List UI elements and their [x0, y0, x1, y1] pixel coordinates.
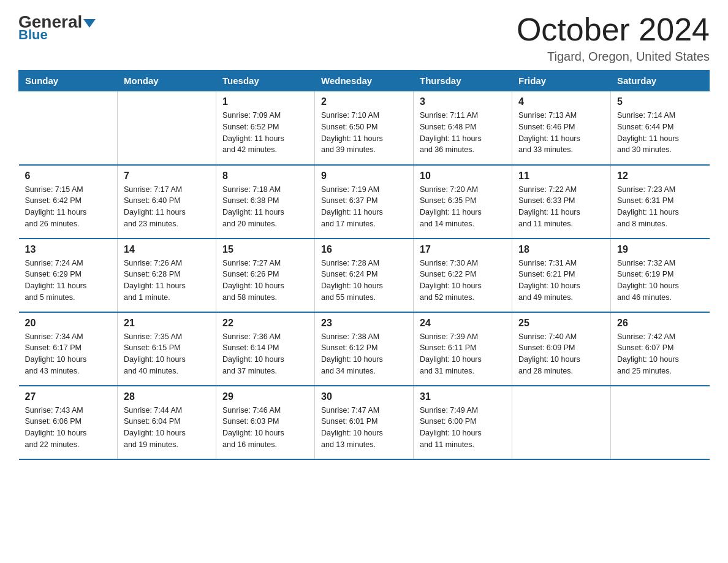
day-number: 26: [617, 318, 703, 329]
calendar-cell: 25Sunrise: 7:40 AMSunset: 6:09 PMDayligh…: [512, 312, 611, 386]
calendar-cell: [611, 386, 710, 459]
header-thursday: Thursday: [414, 71, 512, 91]
calendar-cell: [19, 91, 118, 165]
day-info: Sunrise: 7:43 AMSunset: 6:06 PMDaylight:…: [25, 405, 112, 451]
day-info: Sunrise: 7:35 AMSunset: 6:15 PMDaylight:…: [124, 331, 210, 377]
day-info: Sunrise: 7:13 AMSunset: 6:46 PMDaylight:…: [518, 110, 604, 156]
day-info: Sunrise: 7:28 AMSunset: 6:24 PMDaylight:…: [321, 258, 407, 304]
day-number: 6: [25, 170, 112, 182]
calendar-cell: 11Sunrise: 7:22 AMSunset: 6:33 PMDayligh…: [512, 165, 611, 239]
calendar-cell: 4Sunrise: 7:13 AMSunset: 6:46 PMDaylight…: [512, 91, 611, 165]
calendar-cell: 20Sunrise: 7:34 AMSunset: 6:17 PMDayligh…: [19, 312, 118, 386]
day-number: 18: [518, 244, 604, 255]
day-info: Sunrise: 7:31 AMSunset: 6:21 PMDaylight:…: [518, 258, 604, 304]
calendar-cell: [512, 386, 611, 459]
page-header: General Blue October 2024 Tigard, Oregon…: [18, 12, 710, 64]
day-info: Sunrise: 7:19 AMSunset: 6:37 PMDaylight:…: [321, 184, 407, 230]
day-info: Sunrise: 7:20 AMSunset: 6:35 PMDaylight:…: [420, 184, 506, 230]
day-number: 4: [518, 96, 604, 107]
calendar-cell: [118, 91, 216, 165]
calendar-cell: 24Sunrise: 7:39 AMSunset: 6:11 PMDayligh…: [414, 312, 512, 386]
day-number: 21: [124, 318, 210, 329]
day-number: 27: [25, 391, 112, 402]
day-info: Sunrise: 7:17 AMSunset: 6:40 PMDaylight:…: [124, 184, 210, 230]
calendar-cell: 15Sunrise: 7:27 AMSunset: 6:26 PMDayligh…: [216, 239, 315, 312]
calendar-cell: 18Sunrise: 7:31 AMSunset: 6:21 PMDayligh…: [512, 239, 611, 312]
calendar-table: SundayMondayTuesdayWednesdayThursdayFrid…: [18, 70, 710, 460]
day-info: Sunrise: 7:24 AMSunset: 6:29 PMDaylight:…: [25, 258, 112, 304]
calendar-cell: 26Sunrise: 7:42 AMSunset: 6:07 PMDayligh…: [611, 312, 710, 386]
day-number: 20: [25, 318, 112, 329]
calendar-cell: 19Sunrise: 7:32 AMSunset: 6:19 PMDayligh…: [611, 239, 710, 312]
calendar-week-row: 20Sunrise: 7:34 AMSunset: 6:17 PMDayligh…: [19, 312, 710, 386]
day-info: Sunrise: 7:26 AMSunset: 6:28 PMDaylight:…: [124, 258, 210, 304]
calendar-cell: 27Sunrise: 7:43 AMSunset: 6:06 PMDayligh…: [19, 386, 118, 459]
calendar-cell: 3Sunrise: 7:11 AMSunset: 6:48 PMDaylight…: [414, 91, 512, 165]
calendar-cell: 8Sunrise: 7:18 AMSunset: 6:38 PMDaylight…: [216, 165, 315, 239]
day-number: 14: [124, 244, 210, 255]
day-number: 1: [222, 96, 308, 107]
day-number: 22: [222, 318, 308, 329]
day-number: 19: [617, 244, 703, 255]
header-wednesday: Wednesday: [315, 71, 414, 91]
day-info: Sunrise: 7:42 AMSunset: 6:07 PMDaylight:…: [617, 331, 703, 377]
calendar-cell: 16Sunrise: 7:28 AMSunset: 6:24 PMDayligh…: [315, 239, 414, 312]
day-number: 7: [124, 170, 210, 182]
calendar-cell: 6Sunrise: 7:15 AMSunset: 6:42 PMDaylight…: [19, 165, 118, 239]
day-info: Sunrise: 7:39 AMSunset: 6:11 PMDaylight:…: [420, 331, 506, 377]
day-number: 2: [321, 96, 407, 107]
day-info: Sunrise: 7:23 AMSunset: 6:31 PMDaylight:…: [617, 184, 703, 230]
day-info: Sunrise: 7:18 AMSunset: 6:38 PMDaylight:…: [222, 184, 308, 230]
logo-blue: Blue: [18, 27, 48, 43]
day-info: Sunrise: 7:46 AMSunset: 6:03 PMDaylight:…: [222, 405, 308, 451]
calendar-header-row: SundayMondayTuesdayWednesdayThursdayFrid…: [19, 71, 710, 91]
day-number: 5: [617, 96, 703, 107]
day-info: Sunrise: 7:09 AMSunset: 6:52 PMDaylight:…: [222, 110, 308, 156]
day-number: 11: [518, 170, 604, 182]
day-number: 30: [321, 391, 407, 402]
day-number: 12: [617, 170, 703, 182]
header-tuesday: Tuesday: [216, 71, 315, 91]
day-number: 23: [321, 318, 407, 329]
day-info: Sunrise: 7:30 AMSunset: 6:22 PMDaylight:…: [420, 258, 506, 304]
day-info: Sunrise: 7:44 AMSunset: 6:04 PMDaylight:…: [124, 405, 210, 451]
day-number: 28: [124, 391, 210, 402]
calendar-cell: 30Sunrise: 7:47 AMSunset: 6:01 PMDayligh…: [315, 386, 414, 459]
calendar-cell: 17Sunrise: 7:30 AMSunset: 6:22 PMDayligh…: [414, 239, 512, 312]
location: Tigard, Oregon, United States: [517, 50, 710, 64]
calendar-cell: 1Sunrise: 7:09 AMSunset: 6:52 PMDaylight…: [216, 91, 315, 165]
calendar-cell: 9Sunrise: 7:19 AMSunset: 6:37 PMDaylight…: [315, 165, 414, 239]
header-monday: Monday: [118, 71, 216, 91]
calendar-cell: 5Sunrise: 7:14 AMSunset: 6:44 PMDaylight…: [611, 91, 710, 165]
header-saturday: Saturday: [611, 71, 710, 91]
calendar-cell: 10Sunrise: 7:20 AMSunset: 6:35 PMDayligh…: [414, 165, 512, 239]
day-info: Sunrise: 7:34 AMSunset: 6:17 PMDaylight:…: [25, 331, 112, 377]
calendar-cell: 31Sunrise: 7:49 AMSunset: 6:00 PMDayligh…: [414, 386, 512, 459]
calendar-cell: 29Sunrise: 7:46 AMSunset: 6:03 PMDayligh…: [216, 386, 315, 459]
title-section: October 2024 Tigard, Oregon, United Stat…: [517, 12, 710, 64]
header-sunday: Sunday: [19, 71, 118, 91]
calendar-cell: 21Sunrise: 7:35 AMSunset: 6:15 PMDayligh…: [118, 312, 216, 386]
day-number: 25: [518, 318, 604, 329]
month-title: October 2024: [517, 12, 710, 47]
day-number: 3: [420, 96, 506, 107]
calendar-cell: 22Sunrise: 7:36 AMSunset: 6:14 PMDayligh…: [216, 312, 315, 386]
day-info: Sunrise: 7:14 AMSunset: 6:44 PMDaylight:…: [617, 110, 703, 156]
calendar-week-row: 6Sunrise: 7:15 AMSunset: 6:42 PMDaylight…: [19, 165, 710, 239]
day-number: 31: [420, 391, 506, 402]
day-info: Sunrise: 7:27 AMSunset: 6:26 PMDaylight:…: [222, 258, 308, 304]
day-info: Sunrise: 7:15 AMSunset: 6:42 PMDaylight:…: [25, 184, 112, 230]
calendar-cell: 13Sunrise: 7:24 AMSunset: 6:29 PMDayligh…: [19, 239, 118, 312]
day-number: 9: [321, 170, 407, 182]
day-number: 29: [222, 391, 308, 402]
day-number: 15: [222, 244, 308, 255]
day-info: Sunrise: 7:47 AMSunset: 6:01 PMDaylight:…: [321, 405, 407, 451]
day-info: Sunrise: 7:40 AMSunset: 6:09 PMDaylight:…: [518, 331, 604, 377]
day-info: Sunrise: 7:32 AMSunset: 6:19 PMDaylight:…: [617, 258, 703, 304]
calendar-week-row: 13Sunrise: 7:24 AMSunset: 6:29 PMDayligh…: [19, 239, 710, 312]
day-info: Sunrise: 7:11 AMSunset: 6:48 PMDaylight:…: [420, 110, 506, 156]
logo: General Blue: [18, 12, 96, 43]
calendar-cell: 14Sunrise: 7:26 AMSunset: 6:28 PMDayligh…: [118, 239, 216, 312]
header-friday: Friday: [512, 71, 611, 91]
calendar-cell: 2Sunrise: 7:10 AMSunset: 6:50 PMDaylight…: [315, 91, 414, 165]
